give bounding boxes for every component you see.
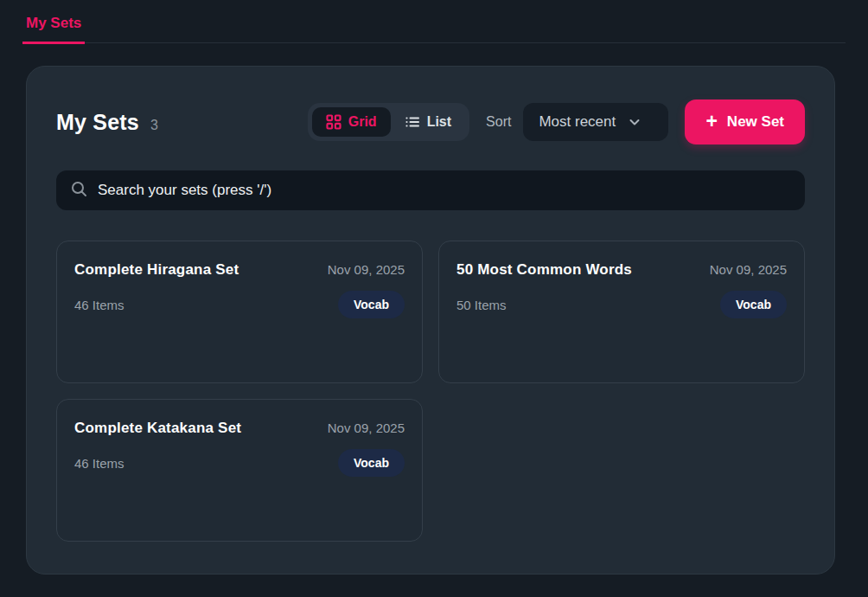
my-sets-panel: My Sets 3 Grid (26, 66, 835, 575)
heading-group: My Sets 3 (56, 110, 158, 135)
set-item-count: 46 Items (74, 456, 124, 471)
sort-label: Sort (486, 114, 511, 130)
set-card-complete-hiragana[interactable]: Complete Hiragana Set Nov 09, 2025 46 It… (56, 241, 423, 383)
chevron-down-icon (628, 115, 641, 129)
panel-header: My Sets 3 Grid (56, 100, 805, 144)
tab-bar: My Sets (0, 0, 868, 43)
list-view-button[interactable]: List (391, 107, 465, 137)
set-date: Nov 09, 2025 (710, 261, 787, 277)
set-date: Nov 09, 2025 (328, 261, 405, 277)
view-toggle: Grid List (308, 103, 469, 141)
set-type-badge: Vocab (338, 291, 405, 318)
search-input[interactable] (98, 182, 791, 199)
set-card-50-most-common[interactable]: 50 Most Common Words Nov 09, 2025 50 Ite… (438, 241, 805, 383)
page-title: My Sets (56, 110, 139, 135)
set-title: 50 Most Common Words (456, 261, 632, 279)
set-title: Complete Katakana Set (74, 420, 241, 437)
sets-count: 3 (150, 118, 158, 133)
set-title: Complete Hiragana Set (74, 261, 239, 279)
set-item-count: 50 Items (456, 298, 507, 312)
grid-view-label: Grid (348, 114, 377, 130)
search-bar[interactable] (56, 170, 805, 210)
search-icon (70, 180, 88, 202)
set-type-badge: Vocab (338, 449, 405, 477)
new-set-button[interactable]: + New Set (685, 100, 805, 144)
sort-dropdown[interactable]: Most recent (523, 103, 668, 141)
list-view-label: List (427, 114, 451, 130)
new-set-button-label: New Set (727, 113, 784, 131)
grid-view-button[interactable]: Grid (312, 107, 391, 137)
tab-my-sets[interactable]: My Sets (22, 0, 85, 44)
tab-bar-inner: My Sets (22, 0, 846, 43)
sort-dropdown-value: Most recent (539, 113, 616, 131)
set-item-count: 46 Items (74, 298, 124, 312)
plus-icon: + (705, 112, 717, 132)
list-icon (405, 114, 420, 130)
set-date: Nov 09, 2025 (328, 420, 405, 435)
grid-icon (326, 114, 341, 130)
set-card-complete-katakana[interactable]: Complete Katakana Set Nov 09, 2025 46 It… (56, 399, 423, 542)
set-type-badge: Vocab (720, 291, 787, 318)
sets-grid: Complete Hiragana Set Nov 09, 2025 46 It… (56, 241, 805, 542)
